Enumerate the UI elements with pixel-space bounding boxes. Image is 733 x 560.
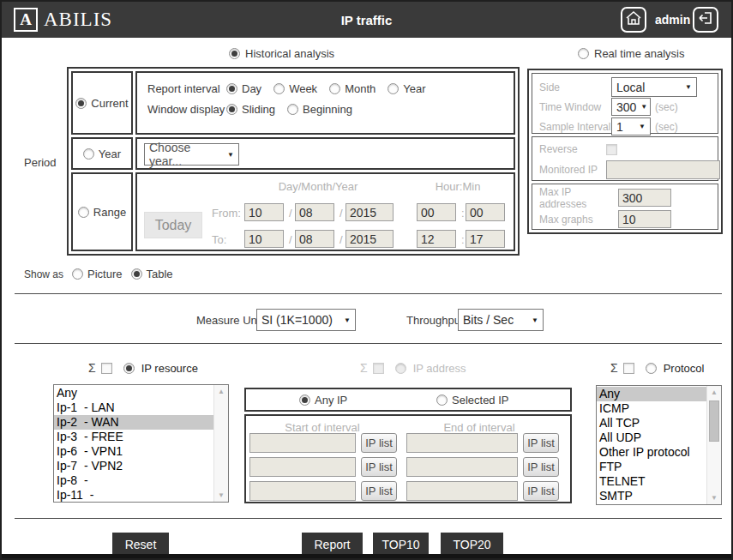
list-item[interactable]: TELNET [597, 474, 706, 489]
interval-week-radio[interactable] [273, 83, 285, 94]
report-button[interactable]: Report [302, 533, 363, 557]
interval-year-option[interactable]: Year [388, 82, 425, 95]
reset-button[interactable]: Reset [112, 533, 169, 557]
protocol-sum-checkbox[interactable] [623, 363, 634, 374]
list-item[interactable]: Any [597, 387, 706, 401]
today-button[interactable]: Today [144, 212, 202, 238]
window-sliding-radio[interactable] [226, 104, 237, 115]
home-button[interactable] [621, 7, 646, 33]
max-graphs-input[interactable] [618, 210, 671, 228]
start-ip-input-1[interactable] [249, 433, 356, 453]
to-min-input[interactable] [466, 230, 505, 248]
from-day-input[interactable] [244, 203, 284, 221]
selected-ip-option[interactable]: Selected IP [436, 394, 509, 406]
from-year-input[interactable] [345, 203, 394, 221]
list-item[interactable]: Ip-7 - VPN2 [54, 459, 213, 473]
interval-week-option[interactable]: Week [273, 82, 317, 95]
scroll-down-icon[interactable]: ▼ [707, 491, 721, 504]
start-ip-list-button-2[interactable]: IP list [361, 457, 397, 477]
show-as-table-option[interactable]: Table [131, 268, 173, 280]
from-min-input[interactable] [466, 203, 505, 221]
list-item[interactable]: Other IP protocol [597, 445, 706, 460]
window-sliding-option[interactable]: Sliding [226, 103, 275, 116]
list-item[interactable]: Ip-11 - [54, 488, 213, 503]
end-ip-input-1[interactable] [406, 433, 518, 453]
to-hour-input[interactable] [417, 230, 456, 248]
throughput-select[interactable]: Bits / Sec [458, 309, 544, 331]
end-ip-input-2[interactable] [406, 457, 518, 477]
time-window-select[interactable]: 300 [611, 98, 651, 116]
protocol-scrollbar[interactable]: ▲ ▼ [706, 386, 721, 504]
protocol-radio[interactable] [646, 363, 657, 374]
any-ip-option[interactable]: Any IP [299, 394, 347, 406]
start-ip-input-2[interactable] [249, 457, 356, 477]
current-radio[interactable] [75, 98, 87, 109]
side-select[interactable]: Local [611, 77, 697, 97]
sample-interval-select[interactable]: 1 [611, 117, 651, 135]
top20-button[interactable]: TOP20 [441, 533, 503, 557]
list-item[interactable]: Ip-3 - FREE [54, 430, 213, 444]
historical-analysis-option[interactable]: Historical analysis [229, 47, 334, 60]
list-item[interactable]: Ip-8 - [54, 473, 213, 488]
any-ip-radio[interactable] [299, 394, 310, 406]
show-as-picture-option[interactable]: Picture [72, 268, 122, 280]
end-ip-list-button-2[interactable]: IP list [523, 457, 559, 477]
ip-resource-sum-checkbox[interactable] [101, 363, 112, 374]
list-item[interactable]: ICMP [597, 401, 706, 416]
end-ip-list-button-1[interactable]: IP list [523, 433, 559, 453]
list-item[interactable]: Ip-2 - WAN [54, 415, 213, 430]
max-ip-input[interactable] [618, 189, 671, 207]
period-year-option[interactable]: Year [71, 137, 133, 170]
to-month-input[interactable] [295, 230, 334, 248]
interval-month-option[interactable]: Month [329, 82, 376, 95]
to-year-input[interactable] [345, 230, 394, 248]
interval-day-radio[interactable] [226, 83, 237, 94]
interval-day-option[interactable]: Day [226, 82, 261, 95]
start-ip-input-3[interactable] [249, 481, 356, 501]
start-ip-list-button-3[interactable]: IP list [361, 481, 397, 501]
scroll-up-icon[interactable]: ▲ [707, 386, 721, 399]
list-item[interactable]: Ip-6 - VPN1 [54, 444, 213, 459]
start-ip-list-button-1[interactable]: IP list [361, 433, 397, 453]
list-item[interactable]: Ip-1 - LAN [54, 400, 213, 415]
window-beginning-option[interactable]: Beginning [287, 103, 352, 116]
from-hour-input[interactable] [417, 203, 456, 221]
list-item[interactable]: Any [54, 386, 213, 400]
window-beginning-radio[interactable] [287, 104, 298, 115]
protocol-list[interactable]: Any ICMP All TCP All UDP Other IP protoc… [596, 385, 722, 505]
scroll-down-icon[interactable]: ▼ [214, 489, 228, 502]
selected-ip-radio[interactable] [436, 394, 448, 406]
choose-year-select[interactable]: Choose year... [144, 143, 239, 166]
top10-button[interactable]: TOP10 [373, 533, 429, 557]
to-day-input[interactable] [244, 230, 284, 248]
measure-unit-select[interactable]: SI (1K=1000) [256, 309, 356, 331]
list-item[interactable]: FTP [597, 460, 706, 474]
logout-button[interactable] [693, 7, 718, 33]
realtime-analysis-option[interactable]: Real time analysis [578, 47, 685, 60]
end-ip-list-button-3[interactable]: IP list [523, 481, 559, 501]
period-range-option[interactable]: Range [71, 172, 133, 251]
monitored-ip-input[interactable] [606, 160, 720, 179]
ip-address-radio[interactable] [395, 363, 406, 374]
ip-resource-scrollbar[interactable]: ▲ ▼ [213, 385, 228, 502]
period-current-option[interactable]: Current [71, 71, 133, 135]
interval-year-radio[interactable] [388, 83, 399, 94]
realtime-analysis-radio[interactable] [578, 48, 589, 59]
picture-radio[interactable] [72, 268, 83, 280]
ip-address-sum-checkbox[interactable] [373, 363, 384, 374]
end-ip-input-3[interactable] [406, 481, 518, 501]
year-radio[interactable] [83, 148, 94, 160]
scroll-up-icon[interactable]: ▲ [214, 385, 228, 398]
table-radio[interactable] [131, 268, 142, 280]
ip-resource-list[interactable]: Any Ip-1 - LAN Ip-2 - WAN Ip-3 - FREE Ip… [53, 384, 229, 503]
list-item[interactable]: SMTP [597, 489, 706, 503]
ip-resource-radio[interactable] [123, 363, 135, 374]
range-radio[interactable] [78, 207, 89, 218]
historical-analysis-radio[interactable] [229, 48, 240, 59]
reverse-checkbox[interactable] [606, 144, 617, 155]
from-month-input[interactable] [295, 203, 334, 221]
list-item[interactable]: All TCP [597, 416, 706, 431]
list-item[interactable]: All UDP [597, 431, 706, 445]
scrollbar-thumb[interactable] [709, 400, 719, 442]
interval-month-radio[interactable] [329, 83, 340, 94]
